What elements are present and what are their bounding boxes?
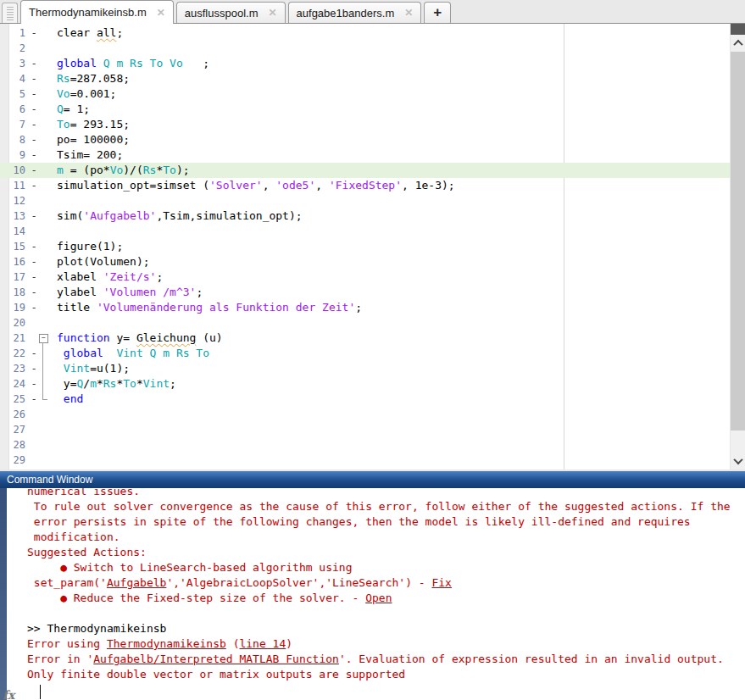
command-output-line: modification. bbox=[27, 530, 738, 545]
command-output-line: ● Reduce the Fixed-step size of the solv… bbox=[27, 591, 738, 606]
scroll-down-button[interactable] bbox=[731, 453, 745, 469]
text-token: * bbox=[136, 377, 143, 390]
text-token: To bbox=[123, 377, 136, 390]
code-line[interactable]: 12 bbox=[0, 193, 730, 208]
tab-thermodynamikeinsb[interactable]: Thermodynamikeinsb.m ✕ bbox=[20, 0, 174, 24]
code-line[interactable]: 20 bbox=[0, 315, 730, 331]
text-token: simulation_opt=simset ( bbox=[57, 179, 209, 192]
line-number: 15 bbox=[0, 241, 27, 253]
exec-dash: - bbox=[27, 378, 41, 390]
text-token: ,Tsim,simulation_opt); bbox=[156, 209, 302, 222]
command-window[interactable]: numerical issues. To rule out solver con… bbox=[0, 488, 745, 700]
text-token bbox=[57, 392, 64, 405]
new-tab-button[interactable]: + bbox=[424, 2, 451, 23]
line-number: 5 bbox=[0, 88, 27, 100]
error-link[interactable]: Aufgabelb bbox=[107, 576, 166, 589]
text-token: Q m Rs To Vo bbox=[103, 57, 183, 69]
text-token: >> Thermodynamikeinsb bbox=[27, 622, 166, 635]
code-line[interactable]: 24- y=Q/m*Rs*To*Vint; bbox=[0, 376, 730, 392]
code-line[interactable]: 19-title 'Volumenänderung als Funktion d… bbox=[0, 300, 730, 315]
error-link[interactable]: Thermodynamikeinsb bbox=[107, 637, 226, 650]
text-token: ; bbox=[196, 286, 203, 298]
code-text: m = (po*Vo)/(Rs*To); bbox=[41, 163, 730, 178]
code-text: xlabel 'Zeit/s'; bbox=[41, 269, 730, 285]
code-lines: 1-clear all;23-global Q m Rs To Vo ;4-Rs… bbox=[0, 25, 730, 468]
text-token: Vo bbox=[57, 87, 70, 100]
error-link[interactable]: line 14 bbox=[239, 637, 286, 650]
dock-grip-handle[interactable] bbox=[2, 3, 18, 23]
matlab-editor-window: Thermodynamikeinsb.m ✕ ausflusspool.m ✕ … bbox=[0, 0, 745, 700]
text-token: =0.001; bbox=[70, 87, 117, 100]
code-line[interactable]: 26 bbox=[0, 407, 730, 422]
editor-scrollbar[interactable] bbox=[730, 24, 745, 471]
text-token: Rs bbox=[143, 164, 157, 176]
code-line[interactable]: 22- global Vint Q m Rs To bbox=[0, 346, 730, 361]
code-line[interactable]: 6-Q= 1; bbox=[0, 102, 730, 117]
text-token: (u) bbox=[196, 331, 222, 344]
code-line[interactable]: 21function y= Gleichung (u) bbox=[0, 331, 730, 346]
code-fold-toggle[interactable]: − bbox=[39, 334, 48, 343]
text-token: modification. bbox=[27, 531, 120, 543]
code-line[interactable]: 17-xlabel 'Zeit/s'; bbox=[0, 269, 730, 285]
text-token: 'Aufgabelb' bbox=[83, 209, 156, 222]
command-window-header[interactable]: Command Window bbox=[0, 471, 745, 488]
scroll-up-button[interactable] bbox=[731, 35, 745, 52]
line-number: 17 bbox=[0, 271, 27, 283]
code-line[interactable]: 13-sim('Aufgabelb',Tsim,simulation_opt); bbox=[0, 208, 730, 224]
code-line[interactable]: 15-figure(1); bbox=[0, 239, 730, 254]
code-line[interactable]: 28 bbox=[0, 437, 730, 453]
code-line[interactable]: 4-Rs=287.058; bbox=[0, 71, 730, 86]
exec-dash: - bbox=[27, 103, 41, 115]
line-number: 24 bbox=[0, 378, 27, 390]
tab-aufgabe1banders[interactable]: aufgabe1banders.m ✕ bbox=[288, 2, 422, 23]
code-line[interactable]: 18-ylabel 'Volumen /m^3'; bbox=[0, 285, 730, 300]
scrollbar-thumb[interactable] bbox=[731, 52, 745, 431]
code-line[interactable]: 7-To= 293.15; bbox=[0, 117, 730, 132]
line-number: 26 bbox=[0, 408, 27, 420]
code-line[interactable]: 25- end bbox=[0, 392, 730, 407]
code-line[interactable]: 10-m = (po*Vo)/(Rs*To); bbox=[0, 163, 730, 178]
text-token: 'ode5' bbox=[275, 179, 315, 192]
code-line[interactable]: 11-simulation_opt=simset ('Solver', 'ode… bbox=[0, 178, 730, 193]
code-line[interactable]: 29 bbox=[0, 453, 730, 468]
line-number: 8 bbox=[0, 134, 27, 146]
code-line[interactable]: 1-clear all; bbox=[0, 25, 730, 41]
command-output-line: To rule out solver convergence as the ca… bbox=[27, 499, 738, 514]
chevron-up-icon bbox=[733, 40, 742, 49]
close-icon[interactable]: ✕ bbox=[404, 7, 413, 19]
text-token: ) bbox=[286, 637, 292, 650]
text-token: ; bbox=[116, 26, 123, 39]
text-token: / bbox=[83, 377, 90, 390]
line-number: 29 bbox=[0, 454, 27, 466]
tab-ausflusspool[interactable]: ausflusspool.m ✕ bbox=[176, 2, 286, 23]
close-icon[interactable]: ✕ bbox=[157, 7, 165, 19]
exec-dash: - bbox=[27, 164, 41, 176]
error-link[interactable]: Aufgabelb/Interpreted MATLAB Function bbox=[93, 653, 339, 665]
code-analyzer-indicator[interactable] bbox=[731, 24, 745, 35]
code-line[interactable]: 23- Vint=u(1); bbox=[0, 361, 730, 376]
code-line[interactable]: 16-plot(Volumen); bbox=[0, 254, 730, 269]
code-line[interactable]: 8-po= 100000; bbox=[0, 132, 730, 147]
code-line[interactable]: 27 bbox=[0, 422, 730, 437]
line-number: 27 bbox=[0, 424, 27, 436]
text-token: ● Reduce the Fixed-step size of the solv… bbox=[27, 592, 365, 604]
line-number: 28 bbox=[0, 439, 27, 451]
line-number: 23 bbox=[0, 363, 27, 375]
error-link[interactable]: Fix bbox=[431, 576, 451, 589]
code-editor[interactable]: 1-clear all;23-global Q m Rs To Vo ;4-Rs… bbox=[0, 24, 745, 471]
text-token: * bbox=[97, 377, 103, 390]
code-line[interactable]: 9-Tsim= 200; bbox=[0, 147, 730, 163]
text-token: 'Zeit/s' bbox=[103, 270, 157, 283]
line-number: 13 bbox=[0, 210, 27, 222]
code-line[interactable]: 14 bbox=[0, 224, 730, 239]
code-line[interactable]: 3-global Q m Rs To Vo ; bbox=[0, 56, 730, 71]
text-token: Rs bbox=[103, 377, 117, 390]
close-icon[interactable]: ✕ bbox=[269, 7, 277, 19]
code-text: global Q m Rs To Vo ; bbox=[41, 56, 730, 71]
tab-label: aufgabe1banders.m bbox=[297, 7, 395, 19]
code-line[interactable]: 5-Vo=0.001; bbox=[0, 86, 730, 102]
exec-dash: - bbox=[27, 271, 41, 283]
error-link[interactable]: Open bbox=[365, 592, 392, 604]
code-line[interactable]: 2 bbox=[0, 41, 730, 56]
text-token: = 293.15; bbox=[70, 118, 130, 131]
